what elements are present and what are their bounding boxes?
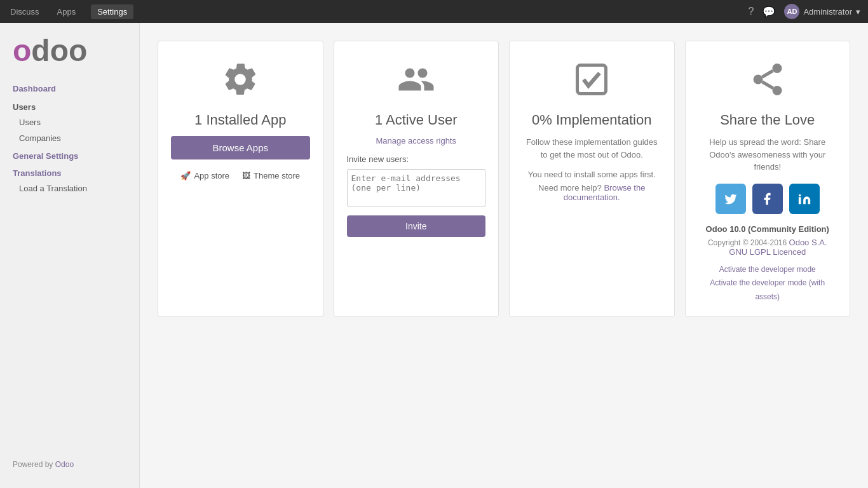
copyright: Copyright © 2004-2016 Odoo S.A. GNU LGPL… xyxy=(698,238,837,257)
installed-app-title: 1 Installed App xyxy=(194,112,286,128)
gear-icon xyxy=(221,60,259,105)
facebook-button[interactable] xyxy=(752,184,783,214)
linkedin-button[interactable] xyxy=(789,184,820,214)
implementation-help: You need to install some apps first. xyxy=(528,170,656,179)
svg-point-3 xyxy=(772,86,782,95)
odoo-link[interactable]: Odoo xyxy=(55,460,74,469)
chat-icon[interactable]: 💬 xyxy=(763,6,775,18)
twitter-button[interactable] xyxy=(715,184,746,214)
card-stores: 🚀 App store 🖼 Theme store xyxy=(180,171,300,180)
invite-button[interactable]: Invite xyxy=(347,215,486,237)
share-desc: Help us spread the word: Share Odoo's aw… xyxy=(698,136,837,173)
sidebar-item-users[interactable]: Users xyxy=(0,114,139,130)
share-icon xyxy=(749,60,787,105)
sidebar-group-users: Users xyxy=(0,96,139,114)
sidebar-item-dashboard[interactable]: Dashboard xyxy=(0,79,139,96)
logo: o doo xyxy=(0,23,139,72)
share-card: Share the Love Help us spread the word: … xyxy=(685,41,851,317)
layout: o doo Dashboard Users Users Companies Ge… xyxy=(0,23,868,488)
topnav-right: ? 💬 AD Administrator ▾ xyxy=(749,4,860,19)
odoo-sa-link[interactable]: Odoo S.A. xyxy=(789,238,827,247)
topnav: Discuss Apps Settings ? 💬 AD Administrat… xyxy=(0,0,868,23)
theme-store-label: Theme store xyxy=(254,171,300,180)
users-icon xyxy=(397,60,435,105)
browse-apps-button[interactable]: Browse Apps xyxy=(171,136,310,159)
user-dropdown-icon: ▾ xyxy=(856,7,860,17)
topnav-settings[interactable]: Settings xyxy=(91,4,133,19)
sidebar: o doo Dashboard Users Users Companies Ge… xyxy=(0,23,140,488)
invite-email-input[interactable] xyxy=(347,169,486,207)
installed-app-card: 1 Installed App Browse Apps 🚀 App store … xyxy=(158,41,323,317)
app-store-label: App store xyxy=(194,171,229,180)
logo-o: o xyxy=(13,36,31,66)
svg-point-2 xyxy=(753,75,763,85)
main-content: 1 Installed App Browse Apps 🚀 App store … xyxy=(140,23,868,488)
sidebar-item-translations[interactable]: Translations xyxy=(0,163,139,180)
topnav-left: Discuss Apps Settings xyxy=(8,4,133,19)
invite-label: Invite new users: xyxy=(347,154,486,164)
check-icon xyxy=(573,60,611,105)
share-title: Share the Love xyxy=(720,112,815,128)
implementation-card: 0% Implementation Follow these implement… xyxy=(509,41,675,317)
image-icon: 🖼 xyxy=(242,171,250,180)
activate-dev-mode-link[interactable]: Activate the developer mode xyxy=(698,263,837,277)
svg-point-1 xyxy=(772,64,782,73)
help-more-text: Need more help? xyxy=(538,183,602,193)
active-user-title: 1 Active User xyxy=(375,112,458,128)
topnav-discuss[interactable]: Discuss xyxy=(8,7,42,17)
sidebar-item-load-translation[interactable]: Load a Translation xyxy=(0,180,139,196)
cards-row: 1 Installed App Browse Apps 🚀 App store … xyxy=(153,36,855,322)
manage-access-link[interactable]: Manage access rights xyxy=(376,136,456,146)
implementation-desc: Follow these implementation guides to ge… xyxy=(522,136,661,161)
odoo-version: Odoo 10.0 (Community Edition) xyxy=(706,224,829,234)
social-icons xyxy=(715,184,820,214)
implementation-title: 0% Implementation xyxy=(532,112,651,128)
username: Administrator xyxy=(803,7,852,17)
sidebar-item-general-settings[interactable]: General Settings xyxy=(0,146,139,163)
activate-dev-mode-assets-link[interactable]: Activate the developer mode (with assets… xyxy=(698,276,837,304)
topnav-apps[interactable]: Apps xyxy=(55,7,79,17)
user-menu[interactable]: AD Administrator ▾ xyxy=(784,4,860,19)
app-store-link[interactable]: 🚀 App store xyxy=(180,171,229,180)
logo-doo: doo xyxy=(31,36,87,66)
help-icon[interactable]: ? xyxy=(749,6,754,17)
copyright-text: Copyright © 2004-2016 xyxy=(708,238,789,247)
avatar: AD xyxy=(784,4,799,19)
powered-by-text: Powered by xyxy=(13,460,55,469)
svg-line-5 xyxy=(762,71,773,77)
sidebar-nav: Dashboard Users Users Companies General … xyxy=(0,72,139,454)
implementation-more: Need more help? Browse the documentation… xyxy=(522,183,661,202)
active-user-card: 1 Active User Manage access rights Invit… xyxy=(334,41,499,317)
powered-by: Powered by Odoo xyxy=(0,454,139,475)
rocket-icon: 🚀 xyxy=(180,171,191,180)
sidebar-item-companies[interactable]: Companies xyxy=(0,130,139,146)
dev-mode-links: Activate the developer mode Activate the… xyxy=(698,263,837,304)
theme-store-link[interactable]: 🖼 Theme store xyxy=(242,171,300,180)
gnu-lgpl-link[interactable]: GNU LGPL Licenced xyxy=(729,247,806,257)
svg-line-4 xyxy=(762,82,773,88)
